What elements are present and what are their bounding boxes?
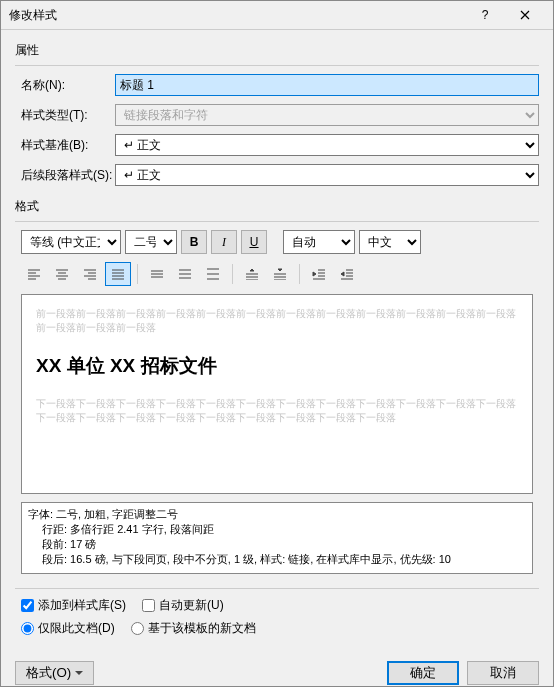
auto-update-checkbox[interactable]: 自动更新(U): [142, 597, 224, 614]
section-properties: 属性: [15, 42, 539, 59]
description-box: 字体: 二号, 加粗, 字距调整二号 行距: 多倍行距 2.41 字行, 段落间…: [21, 502, 533, 574]
spacing-15-button[interactable]: [172, 262, 198, 286]
desc-line: 行距: 多倍行距 2.41 字行, 段落间距: [28, 522, 526, 537]
chevron-down-icon: [75, 671, 83, 676]
spacing-1-button[interactable]: [144, 262, 170, 286]
name-input[interactable]: [115, 74, 539, 96]
divider: [15, 588, 539, 589]
desc-line: 段后: 16.5 磅, 与下段同页, 段中不分页, 1 级, 样式: 链接, 在…: [28, 552, 526, 567]
underline-button[interactable]: U: [241, 230, 267, 254]
titlebar: 修改样式 ?: [1, 1, 553, 30]
divider: [15, 65, 539, 66]
separator: [137, 264, 138, 284]
section-format: 格式: [15, 198, 539, 215]
based-on-label: 样式基准(B):: [15, 137, 115, 154]
dialog-title: 修改样式: [9, 7, 465, 24]
color-select[interactable]: 自动: [283, 230, 355, 254]
preview-pane: 前一段落前一段落前一段落前一段落前一段落前一段落前一段落前一段落前一段落前一段落…: [21, 294, 533, 494]
ok-button[interactable]: 确定: [387, 661, 459, 685]
template-based-radio[interactable]: 基于该模板的新文档: [131, 620, 256, 637]
bold-button[interactable]: B: [181, 230, 207, 254]
space-before-dec-button[interactable]: [267, 262, 293, 286]
help-button[interactable]: ?: [465, 1, 505, 29]
based-on-select[interactable]: ↵ 正文: [115, 134, 539, 156]
dialog-footer: 格式(O) 确定 取消: [1, 653, 553, 687]
add-to-library-checkbox[interactable]: 添加到样式库(S): [21, 597, 126, 614]
paragraph-toolbar: [15, 262, 539, 286]
align-right-button[interactable]: [77, 262, 103, 286]
following-label: 后续段落样式(S):: [15, 167, 115, 184]
this-doc-only-radio[interactable]: 仅限此文档(D): [21, 620, 115, 637]
format-toolbar: 等线 (中文正文) 二号 B I U 自动 中文: [15, 230, 539, 254]
size-select[interactable]: 二号: [125, 230, 177, 254]
align-center-button[interactable]: [49, 262, 75, 286]
align-left-button[interactable]: [21, 262, 47, 286]
desc-line: 字体: 二号, 加粗, 字距调整二号: [28, 507, 526, 522]
script-select[interactable]: 中文: [359, 230, 421, 254]
separator: [299, 264, 300, 284]
dialog-content: 属性 名称(N): 样式类型(T): 链接段落和字符 样式基准(B): ↵ 正文…: [1, 30, 553, 653]
indent-inc-button[interactable]: [334, 262, 360, 286]
close-icon: [520, 10, 530, 20]
divider: [15, 221, 539, 222]
align-justify-button[interactable]: [105, 262, 131, 286]
cancel-button[interactable]: 取消: [467, 661, 539, 685]
close-button[interactable]: [505, 1, 545, 29]
modify-style-dialog: 修改样式 ? 属性 名称(N): 样式类型(T): 链接段落和字符 样式基准(B…: [0, 0, 554, 687]
desc-line: 段前: 17 磅: [28, 537, 526, 552]
indent-dec-button[interactable]: [306, 262, 332, 286]
following-select[interactable]: ↵ 正文: [115, 164, 539, 186]
preview-after-text: 下一段落下一段落下一段落下一段落下一段落下一段落下一段落下一段落下一段落下一段落…: [36, 397, 518, 425]
font-select[interactable]: 等线 (中文正文): [21, 230, 121, 254]
format-menu-button[interactable]: 格式(O): [15, 661, 94, 685]
separator: [232, 264, 233, 284]
preview-before-text: 前一段落前一段落前一段落前一段落前一段落前一段落前一段落前一段落前一段落前一段落…: [36, 307, 518, 335]
preview-heading: XX 单位 XX 招标文件: [36, 353, 518, 379]
style-type-select: 链接段落和字符: [115, 104, 539, 126]
name-label: 名称(N):: [15, 77, 115, 94]
style-type-label: 样式类型(T):: [15, 107, 115, 124]
spacing-2-button[interactable]: [200, 262, 226, 286]
italic-button[interactable]: I: [211, 230, 237, 254]
space-before-inc-button[interactable]: [239, 262, 265, 286]
